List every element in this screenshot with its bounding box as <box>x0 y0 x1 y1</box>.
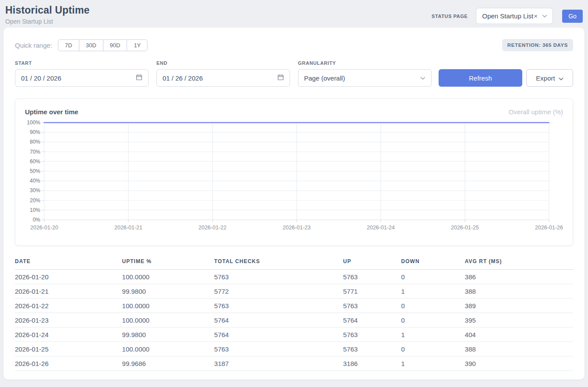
svg-text:80%: 80% <box>30 139 40 145</box>
table-row: 2026-01-22100.0000576357630389 <box>15 299 573 313</box>
filter-form-row: START 01 / 20 / 2026 END 01 / 26 / 2026 … <box>15 60 573 87</box>
quick-range-button-7d[interactable]: 7D <box>58 39 79 51</box>
cell-date: 2026-01-21 <box>15 284 122 299</box>
column-header-down: DOWN <box>401 256 465 270</box>
granularity-field: GRANULARITY Page (overall) <box>298 60 432 87</box>
svg-text:30%: 30% <box>30 187 40 194</box>
end-date-input[interactable]: 01 / 26 / 2026 <box>156 69 290 87</box>
column-header-uptime-pct: UPTIME % <box>122 256 214 270</box>
table-row: 2026-01-2699.9686318731861390 <box>15 356 573 371</box>
cell-down: 1 <box>401 284 465 299</box>
svg-text:2026-01-26: 2026-01-26 <box>535 225 563 231</box>
svg-text:2026-01-25: 2026-01-25 <box>451 225 479 231</box>
end-date-label: END <box>156 60 290 66</box>
uptime-chart-card: Uptime over time Overall uptime (%) 0%10… <box>15 99 573 246</box>
end-date-value: 01 / 26 / 2026 <box>163 74 203 82</box>
cell-down: 0 <box>401 299 465 313</box>
cell-up: 5763 <box>343 342 401 356</box>
cell-total-checks: 5764 <box>214 313 343 327</box>
cell-date: 2026-01-20 <box>15 270 122 284</box>
svg-text:2026-01-24: 2026-01-24 <box>367 225 395 231</box>
cell-avg-rt: 404 <box>465 327 573 342</box>
svg-text:100%: 100% <box>27 120 40 126</box>
cell-total-checks: 5763 <box>214 270 343 284</box>
cell-date: 2026-01-22 <box>15 299 122 313</box>
page-subtitle: Open Startup List <box>5 18 90 25</box>
cell-down: 0 <box>401 270 465 284</box>
table-row: 2026-01-2499.9800576457631404 <box>15 327 573 342</box>
granularity-label: GRANULARITY <box>298 60 432 66</box>
quick-range-group: 7D30D90D1Y <box>58 39 148 51</box>
start-date-value: 01 / 20 / 2026 <box>21 74 61 82</box>
column-header-avg-rt: AVG RT (MS) <box>465 256 573 270</box>
cell-uptime-pct: 99.9800 <box>122 284 214 299</box>
start-date-input[interactable]: 01 / 20 / 2026 <box>15 69 149 87</box>
go-button[interactable]: Go <box>562 10 583 23</box>
svg-text:10%: 10% <box>30 207 40 213</box>
quick-range-label: Quick range: <box>15 42 52 49</box>
cell-date: 2026-01-26 <box>15 356 122 371</box>
cell-up: 5763 <box>343 270 401 284</box>
start-date-field: START 01 / 20 / 2026 <box>15 60 149 87</box>
svg-text:40%: 40% <box>30 178 40 184</box>
refresh-button[interactable]: Refresh <box>439 69 522 87</box>
cell-down: 1 <box>401 327 465 342</box>
export-button[interactable]: Export <box>526 69 573 87</box>
cell-down: 0 <box>401 342 465 356</box>
uptime-table: DATEUPTIME %TOTAL CHECKSUPDOWNAVG RT (MS… <box>15 256 573 371</box>
cell-total-checks: 3187 <box>214 356 343 371</box>
svg-text:20%: 20% <box>30 197 40 204</box>
cell-uptime-pct: 100.0000 <box>122 342 214 356</box>
uptime-table-body: 2026-01-20100.00005763576303862026-01-21… <box>15 270 573 371</box>
column-header-date: DATE <box>15 256 122 270</box>
clear-selection-icon[interactable]: × <box>534 12 538 20</box>
status-page-select[interactable]: Open Startup List × <box>476 8 553 24</box>
export-button-label: Export <box>536 74 555 82</box>
cell-uptime-pct: 100.0000 <box>122 313 214 327</box>
column-header-total-checks: TOTAL CHECKS <box>214 256 343 270</box>
column-header-up: UP <box>343 256 401 270</box>
quick-range-row: Quick range: 7D30D90D1Y RETENTION: 365 D… <box>15 39 573 51</box>
chart-area: 0%10%20%30%40%50%60%70%80%90%100%2026-01… <box>25 120 563 234</box>
svg-text:60%: 60% <box>30 158 40 165</box>
chevron-down-icon <box>420 74 425 82</box>
table-row: 2026-01-25100.0000576357630388 <box>15 342 573 356</box>
cell-up: 5764 <box>343 313 401 327</box>
cell-uptime-pct: 99.9800 <box>122 327 214 342</box>
quick-range-button-30d[interactable]: 30D <box>79 39 103 51</box>
svg-text:2026-01-20: 2026-01-20 <box>30 225 58 231</box>
table-row: 2026-01-20100.0000576357630386 <box>15 270 573 284</box>
main-card: Quick range: 7D30D90D1Y RETENTION: 365 D… <box>4 28 584 380</box>
svg-text:90%: 90% <box>30 129 40 135</box>
quick-range-button-1y[interactable]: 1Y <box>127 39 148 51</box>
cell-avg-rt: 388 <box>465 342 573 356</box>
svg-text:0%: 0% <box>33 217 41 223</box>
quick-range-button-90d[interactable]: 90D <box>103 39 128 51</box>
cell-uptime-pct: 99.9686 <box>122 356 214 371</box>
retention-badge: RETENTION: 365 DAYS <box>502 39 573 51</box>
uptime-chart: 0%10%20%30%40%50%60%70%80%90%100%2026-01… <box>25 120 563 232</box>
cell-uptime-pct: 100.0000 <box>122 299 214 313</box>
table-row: 2026-01-23100.0000576457640395 <box>15 313 573 327</box>
chart-header: Uptime over time Overall uptime (%) <box>25 108 563 116</box>
cell-avg-rt: 390 <box>465 356 573 371</box>
cell-up: 3186 <box>343 356 401 371</box>
svg-text:2026-01-22: 2026-01-22 <box>198 225 227 231</box>
svg-text:2026-01-21: 2026-01-21 <box>114 225 142 231</box>
cell-up: 5763 <box>343 299 401 313</box>
cell-down: 0 <box>401 313 465 327</box>
cell-total-checks: 5772 <box>214 284 343 299</box>
svg-text:50%: 50% <box>30 168 40 174</box>
page-title: Historical Uptime <box>5 4 90 16</box>
granularity-select[interactable]: Page (overall) <box>298 69 432 87</box>
header-titles: Historical Uptime Open Startup List <box>5 4 90 25</box>
chart-title: Uptime over time <box>25 108 78 116</box>
cell-up: 5763 <box>343 327 401 342</box>
svg-text:70%: 70% <box>30 149 40 155</box>
table-row: 2026-01-2199.9800577257711388 <box>15 284 573 299</box>
cell-avg-rt: 386 <box>465 270 573 284</box>
calendar-icon[interactable] <box>136 74 142 82</box>
end-date-field: END 01 / 26 / 2026 <box>156 60 290 87</box>
calendar-icon[interactable] <box>277 74 284 82</box>
chart-legend: Overall uptime (%) <box>509 108 563 116</box>
